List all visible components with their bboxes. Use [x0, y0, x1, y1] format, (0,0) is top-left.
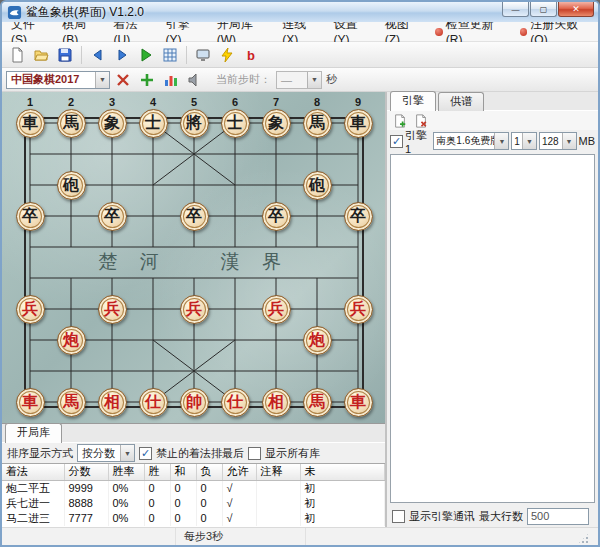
board-piece[interactable]: 相 — [98, 388, 127, 417]
board-column-number: 9 — [348, 96, 368, 108]
board-icon[interactable] — [159, 44, 181, 66]
threads-combo[interactable]: 1 ▼ — [511, 132, 537, 150]
board-column-number: 3 — [102, 96, 122, 108]
book-column-header[interactable]: 负 — [196, 464, 222, 480]
computer-icon[interactable] — [192, 44, 214, 66]
stats-icon[interactable] — [160, 69, 182, 91]
menu-item[interactable]: 引擎(Y) — [158, 22, 209, 41]
delete-icon[interactable] — [112, 69, 134, 91]
book-column-header[interactable]: 分数 — [64, 464, 108, 480]
board-piece[interactable]: 帥 — [180, 388, 209, 417]
step-time-combo[interactable]: — ▼ — [276, 71, 322, 89]
board-piece[interactable]: 車 — [16, 388, 45, 417]
board-piece[interactable]: 兵 — [262, 295, 291, 324]
sound-icon[interactable] — [184, 69, 206, 91]
window-controls: — ▢ ✕ — [501, 2, 594, 17]
book-column-header[interactable]: 允许 — [222, 464, 256, 480]
menu-item[interactable]: 注册失败(Q) — [513, 22, 598, 41]
sort-combo[interactable]: 按分数 ▼ — [77, 444, 135, 462]
board-piece[interactable]: 砲 — [303, 171, 332, 200]
menu-item[interactable]: 检查更新(R) — [428, 22, 513, 41]
open-file-icon[interactable] — [30, 44, 52, 66]
board-piece[interactable]: 兵 — [180, 295, 209, 324]
engine-name-combo[interactable]: 南奥1.6免费版 ▼ — [433, 132, 509, 150]
tab-engine[interactable]: 引擎 — [390, 91, 436, 111]
board-piece[interactable]: 砲 — [57, 171, 86, 200]
book-column-header[interactable]: 未 — [300, 464, 385, 480]
book-move-row[interactable]: 马二进三77770%000√初 — [2, 511, 385, 526]
board-piece[interactable]: 炮 — [303, 326, 332, 355]
board-piece[interactable]: 仕 — [139, 388, 168, 417]
board-piece[interactable]: 相 — [262, 388, 291, 417]
back-icon[interactable] — [87, 44, 109, 66]
menu-item[interactable]: 视图(Z) — [378, 22, 429, 41]
menu-item[interactable]: 开局库(W) — [210, 22, 276, 41]
forbidden-last-label: 禁止的着法排最后 — [156, 446, 244, 461]
hash-combo[interactable]: 128 ▼ — [539, 132, 577, 150]
board-piece[interactable]: 兵 — [98, 295, 127, 324]
sort-label: 排序显示方式 — [7, 446, 73, 461]
flash-icon[interactable] — [216, 44, 238, 66]
menu-item[interactable]: 设置(Y) — [327, 22, 378, 41]
svg-text:b: b — [247, 48, 255, 63]
add-icon[interactable] — [136, 69, 158, 91]
toolbar-separator — [186, 46, 187, 64]
book-column-header[interactable]: 注释 — [256, 464, 300, 480]
board-piece[interactable]: 士 — [221, 109, 250, 138]
book-move-row[interactable]: 兵七进一88880%000√初 — [2, 496, 385, 511]
board-piece[interactable]: 卒 — [262, 202, 291, 231]
book-column-header[interactable]: 和 — [170, 464, 196, 480]
board-piece[interactable]: 馬 — [303, 109, 332, 138]
board-piece[interactable]: 卒 — [180, 202, 209, 231]
resize-grip-icon[interactable] — [577, 532, 590, 545]
menu-item[interactable]: 连线(X) — [275, 22, 326, 41]
board-piece[interactable]: 兵 — [16, 295, 45, 324]
board-piece[interactable]: 車 — [344, 109, 373, 138]
board-piece[interactable]: 仕 — [221, 388, 250, 417]
board-piece[interactable]: 車 — [16, 109, 45, 138]
show-comm-checkbox[interactable] — [392, 510, 405, 523]
xiangqi-board[interactable]: 楚 河 漢 界 123456789車馬象士將士象馬車砲砲卒卒卒卒卒兵兵兵兵兵炮炮… — [6, 93, 382, 423]
show-all-books-checkbox[interactable] — [248, 447, 261, 460]
menu-item[interactable]: 棋局(B) — [55, 22, 106, 41]
forward-icon[interactable] — [111, 44, 133, 66]
book-column-header[interactable]: 胜率 — [108, 464, 144, 480]
board-piece[interactable]: 炮 — [57, 326, 86, 355]
board-piece[interactable]: 卒 — [98, 202, 127, 231]
max-lines-input[interactable] — [527, 508, 589, 525]
forbidden-last-checkbox[interactable] — [139, 447, 152, 460]
bold-b-icon[interactable]: b — [240, 44, 262, 66]
board-piece[interactable]: 卒 — [344, 202, 373, 231]
close-button[interactable]: ✕ — [558, 2, 594, 17]
board-piece[interactable]: 象 — [262, 109, 291, 138]
engine1-label: 引擎1 — [405, 128, 431, 155]
tab-gongpu[interactable]: 供谱 — [438, 92, 484, 111]
menu-item[interactable]: 文件(S) — [4, 22, 55, 41]
book-move-row[interactable]: 炮二平五99990%000√初 — [2, 480, 385, 496]
book-table-header[interactable]: 着法分数胜率胜和负允许注释未 — [2, 464, 385, 480]
book-column-header[interactable]: 着法 — [2, 464, 64, 480]
board-piece[interactable]: 象 — [98, 109, 127, 138]
board-piece[interactable]: 馬 — [57, 388, 86, 417]
board-piece[interactable]: 車 — [344, 388, 373, 417]
book-cell: 初 — [300, 496, 385, 511]
board-piece[interactable]: 卒 — [16, 202, 45, 231]
board-piece[interactable]: 兵 — [344, 295, 373, 324]
skin-combo[interactable]: 中国象棋2017 ▼ — [6, 71, 110, 89]
board-piece[interactable]: 將 — [180, 109, 209, 138]
tab-opening-book[interactable]: 开局库 — [5, 423, 62, 443]
engine1-checkbox[interactable] — [390, 135, 403, 148]
book-column-header[interactable]: 胜 — [144, 464, 170, 480]
play-icon[interactable] — [135, 44, 157, 66]
board-column-number: 1 — [20, 96, 40, 108]
board-piece[interactable]: 士 — [139, 109, 168, 138]
menu-item[interactable]: 着法(U) — [107, 22, 159, 41]
board-piece[interactable]: 馬 — [57, 109, 86, 138]
red-dot-icon — [435, 28, 442, 36]
maximize-button[interactable]: ▢ — [530, 2, 557, 17]
board-piece[interactable]: 馬 — [303, 388, 332, 417]
engine-output-list[interactable] — [390, 154, 595, 503]
new-file-icon[interactable] — [6, 44, 28, 66]
save-icon[interactable] — [54, 44, 76, 66]
minimize-button[interactable]: — — [502, 2, 529, 17]
